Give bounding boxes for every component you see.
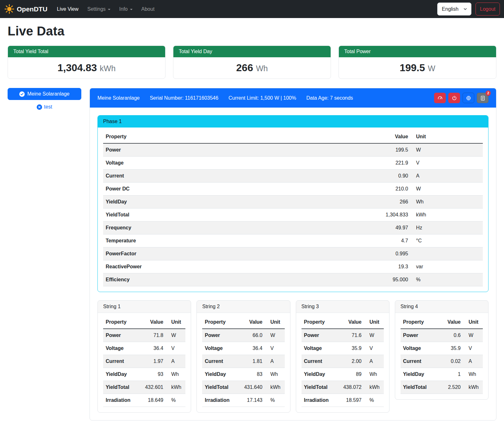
inverter-card-body: Phase 1 Property Value Unit (90, 108, 496, 420)
string-table-row: Voltage 35.9 V (302, 342, 384, 355)
property-cell: Voltage (401, 342, 439, 355)
total-yield-total-value: 1,304.83 (58, 62, 97, 73)
phase-card: Phase 1 Property Value Unit (97, 115, 488, 292)
phase-table-row: ReactivePower 19.3 var (103, 260, 483, 273)
property-cell: Power (302, 329, 339, 342)
string-table-row: Power 71.6 W (302, 329, 384, 342)
card-total-yield-day-header: Total Yield Day (173, 46, 331, 57)
caret-down-icon (130, 9, 133, 10)
property-cell: Current (302, 355, 339, 368)
string-table-header-row: Property Value Unit (202, 316, 284, 329)
string-table-row: YieldDay 1 Wh (401, 368, 483, 381)
value-cell: 0.90 (370, 170, 411, 183)
nav-item-info[interactable]: Info (115, 4, 137, 15)
unit-cell: Wh (364, 368, 384, 381)
string-table-header-row: Property Value Unit (302, 316, 384, 329)
string-table-row: YieldTotal 432.601 kWh (103, 381, 185, 394)
property-cell: Temperature (103, 234, 370, 247)
string-2-title: String 2 (197, 301, 290, 313)
value-cell: 49.97 (370, 221, 411, 234)
power-icon (451, 95, 457, 101)
unit-cell: W (411, 183, 483, 196)
unit-cell: V (265, 342, 285, 355)
string-table-row: Irradiation 18.649 % (103, 394, 185, 407)
event-log-button[interactable]: 2 (477, 93, 488, 103)
unit-cell: kWh (364, 381, 384, 394)
value-cell: 199.5 (370, 143, 411, 157)
phase-table-row: YieldTotal 1,304.833 kWh (103, 209, 483, 221)
string-3-card: String 3 Property Value Unit (296, 300, 389, 413)
language-select[interactable]: English (437, 3, 471, 16)
value-cell: 71.6 (339, 329, 364, 342)
cpu-icon (466, 95, 471, 101)
power-toggle-button[interactable] (448, 93, 460, 103)
unit-cell: % (166, 394, 185, 407)
unit-cell: Wh (463, 368, 483, 381)
string-col-property: Property (202, 316, 240, 329)
property-cell: YieldDay (103, 368, 141, 381)
unit-cell: var (411, 260, 483, 273)
string-col-unit: Unit (166, 316, 185, 329)
unit-cell: A (166, 355, 185, 368)
property-cell: YieldTotal (103, 381, 141, 394)
property-cell: Voltage (202, 342, 240, 355)
inverter-item-test[interactable]: test (8, 104, 81, 110)
unit-cell: A (265, 355, 285, 368)
total-power-unit: W (428, 64, 435, 73)
phase-table-header-row: Property Value Unit (103, 130, 483, 143)
property-cell: Irradiation (302, 394, 339, 407)
total-yield-day-value: 266 (236, 62, 253, 73)
inverter-list: Meine Solaranlage test (8, 88, 81, 110)
value-cell: 17.143 (240, 394, 265, 407)
journal-icon (480, 95, 486, 101)
total-yield-total-unit: kWh (100, 64, 115, 73)
value-cell: 35.9 (439, 342, 463, 355)
unit-cell: W (166, 329, 185, 342)
inverter-limit: Current Limit: 1,500 W | 100% (228, 95, 296, 101)
card-total-yield-total-header: Total Yield Total (8, 46, 165, 57)
logout-button[interactable]: Logout (476, 3, 500, 16)
value-cell: 93 (141, 368, 166, 381)
event-count-badge: 2 (486, 90, 491, 96)
nav-item-live-view[interactable]: Live View (53, 4, 83, 15)
property-cell: Power (103, 329, 141, 342)
string-1-card: String 1 Property Value Unit (97, 300, 191, 413)
limit-settings-button[interactable] (434, 93, 446, 103)
property-cell: YieldTotal (103, 209, 370, 221)
string-3-title: String 3 (296, 301, 389, 313)
string-table-row: YieldTotal 431.640 kWh (202, 381, 284, 394)
property-cell: PowerFactor (103, 247, 370, 260)
x-circle-icon (37, 104, 42, 110)
property-cell: YieldTotal (202, 381, 240, 394)
inverter-item-selected[interactable]: Meine Solaranlage (8, 88, 81, 100)
property-cell: YieldDay (103, 196, 370, 209)
device-info-button[interactable] (463, 93, 474, 103)
unit-cell: V (166, 342, 185, 355)
brand[interactable]: OpenDTU (4, 4, 47, 14)
string-table-row: YieldDay 89 Wh (302, 368, 384, 381)
string-table-row: YieldTotal 2.520 kWh (401, 381, 483, 394)
string-table-header-row: Property Value Unit (401, 316, 483, 329)
property-cell: YieldDay (202, 368, 240, 381)
string-2-body: Property Value Unit Power (197, 313, 290, 412)
nav-item-settings[interactable]: Settings (83, 4, 115, 15)
inverter-selected-label: Meine Solaranlage (27, 91, 69, 97)
content-row: Meine Solaranlage test Meine Solaranlage… (8, 88, 496, 430)
value-cell: 1.81 (240, 355, 265, 368)
value-cell: 83 (240, 368, 265, 381)
card-total-yield-total-body: 1,304.83kWh (8, 57, 165, 78)
string-col-unit: Unit (463, 316, 483, 329)
property-cell: ReactivePower (103, 260, 370, 273)
value-cell: 66.0 (240, 329, 265, 342)
property-cell: Irradiation (202, 394, 240, 407)
string-table-header-row: Property Value Unit (103, 316, 185, 329)
property-cell: Power (202, 329, 240, 342)
phase-table-row: Frequency 49.97 Hz (103, 221, 483, 234)
value-cell: 1.97 (141, 355, 166, 368)
value-cell: 210.0 (370, 183, 411, 196)
string-table-row: Power 71.8 W (103, 329, 185, 342)
string-table-row: Irradiation 17.143 % (202, 394, 284, 407)
nav-item-about[interactable]: About (137, 4, 159, 15)
inverter-serial: Serial Number: 116171603546 (150, 95, 218, 101)
property-cell: Voltage (103, 342, 141, 355)
